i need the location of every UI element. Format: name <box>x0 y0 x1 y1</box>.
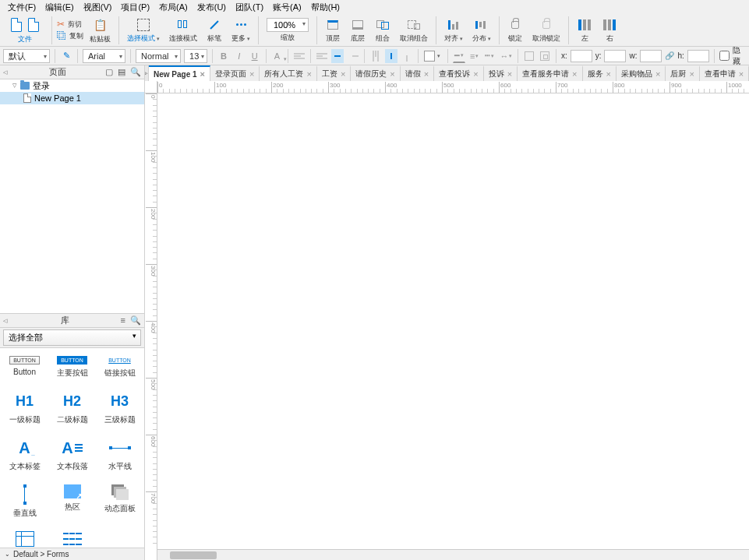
menu-item[interactable]: 账号(A) <box>268 0 306 15</box>
distribute-tool[interactable]: 分布 <box>469 17 494 44</box>
cut-tool[interactable]: ✂剪切 <box>57 19 83 30</box>
close-icon[interactable]: × <box>341 69 345 79</box>
underline-button[interactable]: U <box>249 49 261 63</box>
pen-tool[interactable]: 标笔 <box>203 17 225 44</box>
collapse-icon[interactable]: ◁ <box>3 69 7 76</box>
close-icon[interactable]: × <box>606 69 611 79</box>
close-icon[interactable]: × <box>739 69 744 79</box>
lib-item[interactable]: H3三级标题 <box>97 388 143 428</box>
menu-icon[interactable]: ≡ <box>121 315 125 326</box>
collapse-icon[interactable]: ◁ <box>3 318 7 324</box>
align-right-button[interactable] <box>347 49 359 63</box>
lock-ratio-icon[interactable]: 🔗 <box>665 51 674 60</box>
italic-button[interactable]: I <box>233 49 246 63</box>
lib-item[interactable]: 水平线 <box>97 435 143 475</box>
line-color-button[interactable]: ━▾ <box>453 49 465 63</box>
eyedropper-icon[interactable]: ✎ <box>60 49 72 63</box>
page-tab[interactable]: 投诉× <box>484 65 518 81</box>
menu-item[interactable]: 帮助(H) <box>306 0 344 15</box>
x-input[interactable] <box>571 50 592 62</box>
bottom-layer-tool[interactable]: 底层 <box>347 17 369 44</box>
top-layer-tool[interactable]: 顶层 <box>322 17 344 44</box>
lib-item[interactable]: A文本段落 <box>49 435 95 475</box>
lib-item[interactable]: 内联框架 <box>2 528 48 548</box>
lib-item[interactable]: BUTTON链接按钮 <box>97 353 143 382</box>
page-tab[interactable]: 请假× <box>401 65 434 81</box>
menu-item[interactable]: 布局(A) <box>154 0 193 15</box>
lib-item[interactable]: 热区 <box>49 481 95 522</box>
page-tab[interactable]: 服务× <box>583 65 617 81</box>
lib-item[interactable]: 动态面板 <box>97 481 143 522</box>
page-tab[interactable]: 查看申请× <box>700 65 749 81</box>
valign-bottom-button[interactable] <box>401 49 413 63</box>
lib-item[interactable]: H1一级标题 <box>2 388 48 428</box>
menu-item[interactable]: 团队(T) <box>231 0 268 15</box>
lock-tool[interactable]: 锁定 <box>504 17 526 44</box>
close-icon[interactable]: × <box>655 69 660 79</box>
menu-item[interactable]: 项目(P) <box>116 0 154 15</box>
search-icon[interactable]: 🔍 <box>130 67 141 77</box>
page-tab[interactable]: 查看投诉× <box>434 65 483 81</box>
align-tool[interactable]: 对齐 <box>441 17 466 44</box>
zoom-value[interactable]: 100% <box>267 18 309 32</box>
menu-item[interactable]: 编辑(E) <box>41 0 79 15</box>
menu-item[interactable]: 发布(U) <box>193 0 231 15</box>
page-tab[interactable]: 采购物品× <box>617 65 666 81</box>
add-folder-icon[interactable]: ▤ <box>118 67 125 77</box>
more-tool[interactable]: 更多 <box>228 17 253 44</box>
left-align-tool[interactable]: 左 <box>574 17 595 44</box>
w-input[interactable] <box>640 50 662 62</box>
y-input[interactable] <box>604 50 626 62</box>
add-page-icon[interactable]: ▢ <box>105 67 113 77</box>
page-tab[interactable]: 所有人工资× <box>260 65 316 81</box>
fill-color-button[interactable]: ▾ <box>423 49 436 63</box>
lib-item[interactable]: A_文本标签 <box>2 435 48 475</box>
combine-tool[interactable]: 组合 <box>372 17 394 44</box>
paste-tool[interactable]: 📋 粘贴板 <box>87 16 114 44</box>
paragraph-dropdown[interactable]: Normal <box>136 49 181 63</box>
lib-item[interactable]: BUTTONButton <box>2 353 48 382</box>
border-outer-button[interactable] <box>523 49 535 63</box>
close-icon[interactable]: × <box>689 69 694 79</box>
unlock-tool[interactable]: 取消锁定 <box>529 17 564 44</box>
page-tab[interactable]: 工资× <box>317 65 351 81</box>
close-icon[interactable]: × <box>572 69 577 79</box>
style-bar[interactable]: ⌄ Default > Forms <box>0 548 144 560</box>
close-icon[interactable]: × <box>200 69 205 79</box>
lib-item[interactable]: 中继器 <box>49 528 95 548</box>
close-icon[interactable]: × <box>424 69 429 79</box>
close-icon[interactable]: × <box>306 69 311 79</box>
copy-tool[interactable]: ⿻复制 <box>57 30 83 41</box>
menu-item[interactable]: 视图(V) <box>79 0 117 15</box>
align-center-button[interactable] <box>331 49 344 63</box>
menu-item[interactable]: 文件(F) <box>3 0 41 15</box>
page-tab[interactable]: 登录页面× <box>210 65 260 81</box>
canvas[interactable] <box>157 93 749 560</box>
page-tab[interactable]: New Page 1× <box>149 65 210 81</box>
page-tab[interactable]: 请假历史× <box>351 65 400 81</box>
tree-folder[interactable]: ▽登录 <box>0 79 144 92</box>
align-left-button[interactable] <box>316 49 328 63</box>
page-tab[interactable]: 后厨× <box>666 65 699 81</box>
tree-page[interactable]: New Page 1 <box>0 92 144 104</box>
border-inner-button[interactable] <box>539 49 551 63</box>
style-dropdown[interactable]: 默认 <box>3 49 50 63</box>
close-icon[interactable]: × <box>507 69 512 79</box>
valign-top-button[interactable] <box>369 49 382 63</box>
cancel-combine-tool[interactable]: 取消组合 <box>397 17 431 44</box>
bullets-button[interactable] <box>293 49 306 63</box>
connect-mode-tool[interactable]: 连接模式 <box>166 17 200 44</box>
right-align-tool[interactable]: 右 <box>599 17 620 44</box>
close-icon[interactable]: × <box>249 69 254 79</box>
file-tool[interactable]: 文件 <box>3 16 47 44</box>
line-width-button[interactable]: ≡▾ <box>468 49 481 63</box>
page-tab[interactable]: 查看服务申请× <box>518 65 582 81</box>
h-input[interactable] <box>687 50 709 62</box>
library-selector[interactable]: 选择全部 <box>0 328 144 347</box>
search-icon[interactable]: 🔍 <box>130 315 141 326</box>
arrow-button[interactable]: ↔▾ <box>499 49 513 63</box>
select-mode-tool[interactable]: 选择模式 <box>124 17 163 44</box>
lib-item[interactable]: 垂直线 <box>2 481 48 522</box>
close-icon[interactable]: × <box>473 69 478 79</box>
hidden-checkbox[interactable] <box>719 51 730 61</box>
